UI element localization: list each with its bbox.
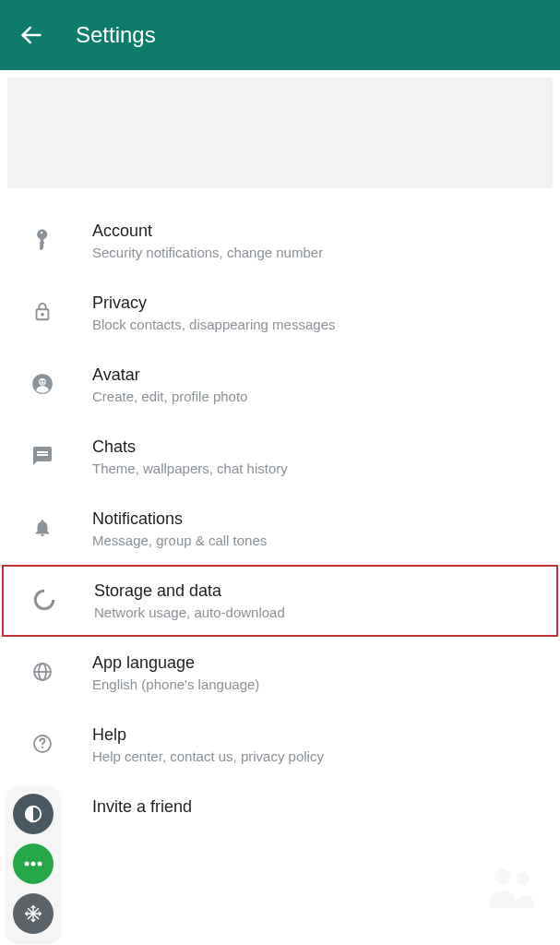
settings-item-storage[interactable]: Storage and data Network usage, auto-dow… <box>2 565 558 637</box>
item-text: Account Security notifications, change n… <box>92 221 542 260</box>
svg-point-19 <box>31 862 36 867</box>
item-title: Notifications <box>92 509 542 529</box>
chat-icon <box>26 439 59 472</box>
storage-icon <box>28 583 61 616</box>
app-header: Settings <box>0 0 560 70</box>
item-title: Account <box>92 221 542 241</box>
settings-item-chats[interactable]: Chats Theme, wallpapers, chat history <box>0 421 560 493</box>
item-title: Avatar <box>92 365 542 385</box>
item-subtitle: Theme, wallpapers, chat history <box>92 461 542 476</box>
item-subtitle: Network usage, auto-download <box>94 604 540 620</box>
back-button[interactable] <box>18 22 44 48</box>
svg-point-18 <box>25 862 30 867</box>
fab-container <box>7 786 59 941</box>
item-text: Invite a friend <box>92 797 542 820</box>
svg-point-9 <box>35 591 54 609</box>
item-subtitle: Create, edit, profile photo <box>92 389 542 404</box>
item-text: Help Help center, contact us, privacy po… <box>92 725 542 764</box>
item-title: Chats <box>92 437 542 457</box>
item-title: Privacy <box>92 293 542 313</box>
item-title: Storage and data <box>94 581 540 601</box>
item-text: Privacy Block contacts, disappearing mes… <box>92 293 542 332</box>
settings-item-avatar[interactable]: Avatar Create, edit, profile photo <box>0 349 560 421</box>
page-title: Settings <box>76 22 156 48</box>
svg-point-8 <box>43 380 45 382</box>
item-subtitle: English (phone's language) <box>92 676 542 692</box>
svg-rect-4 <box>41 242 44 244</box>
settings-item-account[interactable]: Account Security notifications, change n… <box>0 205 560 277</box>
help-icon <box>26 727 59 760</box>
item-subtitle: Help center, contact us, privacy policy <box>92 748 542 764</box>
key-icon <box>26 223 59 257</box>
item-text: Chats Theme, wallpapers, chat history <box>92 437 542 476</box>
settings-item-invite[interactable]: Invite a friend <box>0 781 560 849</box>
more-fab[interactable] <box>13 843 54 884</box>
settings-list: Account Security notifications, change n… <box>0 196 560 849</box>
lock-icon <box>26 295 59 329</box>
item-text: App language English (phone's language) <box>92 653 542 692</box>
avatar-icon <box>26 367 59 401</box>
notification-icon <box>26 511 59 544</box>
item-text: Notifications Message, group & call tone… <box>92 509 542 548</box>
people-watermark-icon <box>486 864 542 908</box>
item-title: Help <box>92 725 542 745</box>
item-text: Avatar Create, edit, profile photo <box>92 365 542 404</box>
svg-point-7 <box>40 380 42 382</box>
settings-item-language[interactable]: App language English (phone's language) <box>0 637 560 709</box>
item-title: Invite a friend <box>92 797 542 817</box>
move-fab[interactable] <box>13 893 54 934</box>
svg-point-2 <box>41 232 42 233</box>
svg-point-20 <box>38 862 42 867</box>
item-subtitle: Block contacts, disappearing messages <box>92 317 542 332</box>
svg-point-14 <box>42 747 43 748</box>
settings-item-privacy[interactable]: Privacy Block contacts, disappearing mes… <box>0 277 560 349</box>
settings-item-help[interactable]: Help Help center, contact us, privacy po… <box>0 709 560 781</box>
settings-item-notifications[interactable]: Notifications Message, group & call tone… <box>0 493 560 565</box>
item-text: Storage and data Network usage, auto-dow… <box>94 581 540 620</box>
profile-banner[interactable] <box>7 78 553 188</box>
svg-point-15 <box>494 868 511 885</box>
contrast-fab[interactable] <box>13 794 54 834</box>
item-title: App language <box>92 653 542 673</box>
item-subtitle: Security notifications, change number <box>92 245 542 260</box>
globe-icon <box>26 655 59 688</box>
svg-rect-3 <box>41 235 42 245</box>
item-subtitle: Message, group & call tones <box>92 532 542 548</box>
svg-point-16 <box>517 872 530 885</box>
